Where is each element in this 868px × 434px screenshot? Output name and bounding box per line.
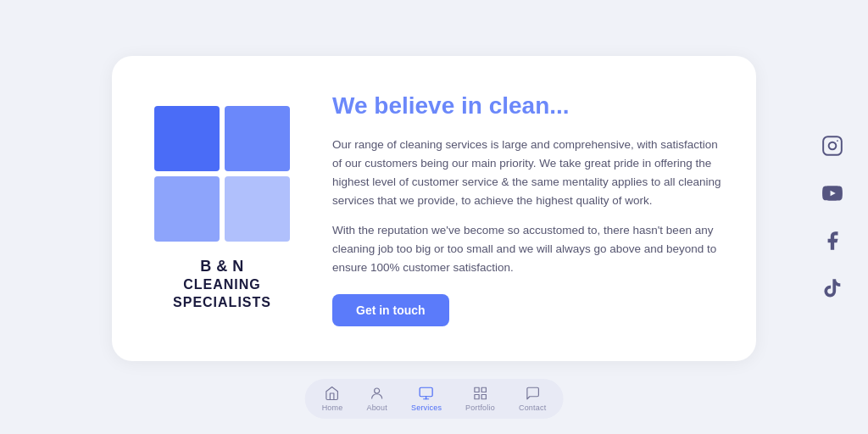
bottom-nav: Home About Services Portfolio Contact [305,379,564,419]
youtube-icon[interactable] [817,178,848,209]
description-p1: Our range of cleaning services is large … [332,136,722,211]
svg-rect-9 [481,387,486,392]
right-section: We believe in clean... Our range of clea… [332,91,722,327]
description: Our range of cleaning services is large … [332,136,722,278]
nav-home[interactable]: Home [322,386,343,412]
description-p2: With the reputation we've become so accu… [332,221,722,278]
nav-services-label: Services [411,403,442,412]
nav-contact-label: Contact [519,403,546,412]
svg-rect-8 [475,387,479,392]
svg-rect-5 [420,387,433,397]
main-card: B & N CLEANING SPECIALISTS We believe in… [112,56,756,361]
get-in-touch-button[interactable]: Get in touch [332,294,449,326]
logo-cell-3 [154,176,220,242]
nav-portfolio-label: Portfolio [465,403,495,412]
nav-home-label: Home [322,403,343,412]
instagram-svg [821,135,843,157]
about-icon [370,386,385,401]
services-icon [419,386,434,401]
home-icon [325,386,340,401]
brand-line1: B & N [173,257,271,276]
svg-point-1 [829,142,837,150]
svg-point-2 [837,140,838,142]
social-sidebar [817,131,848,303]
nav-contact[interactable]: Contact [519,386,546,412]
nav-about-label: About [366,403,387,412]
headline: We believe in clean... [332,91,722,120]
logo-cell-4 [225,176,290,242]
tiktok-icon[interactable] [817,273,848,303]
tiktok-svg [821,277,843,299]
brand-name: B & N CLEANING SPECIALISTS [173,257,271,312]
brand-line2: CLEANING [173,276,271,294]
facebook-icon[interactable] [817,225,848,256]
svg-rect-11 [475,395,479,399]
svg-point-4 [375,388,380,393]
logo-grid [154,106,290,242]
nav-about[interactable]: About [366,386,387,412]
logo-cell-1 [154,106,220,171]
svg-rect-0 [823,136,842,155]
logo-cell-2 [225,106,290,171]
brand-line3: SPECIALISTS [173,294,271,312]
contact-icon [525,386,540,401]
nav-services[interactable]: Services [411,386,442,412]
instagram-icon[interactable] [817,131,848,161]
svg-rect-10 [481,395,486,399]
youtube-svg [821,182,843,204]
nav-portfolio[interactable]: Portfolio [465,386,495,412]
portfolio-icon [473,386,488,401]
left-section: B & N CLEANING SPECIALISTS [146,106,298,312]
facebook-svg [821,230,843,252]
